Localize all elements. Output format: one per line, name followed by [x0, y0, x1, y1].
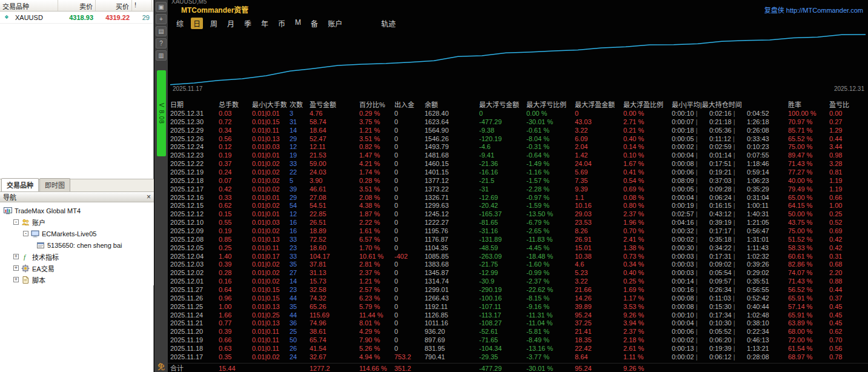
cell: 60.61 % [788, 253, 829, 261]
hdr-max-float-loss-pct: 最大浮亏比例 [526, 99, 575, 110]
cell: 0.21 % [623, 127, 672, 135]
toolbar-item-6[interactable]: 年 [259, 18, 271, 29]
expand-icon[interactable]: + [13, 265, 19, 271]
cell: 10.38 [575, 253, 623, 261]
tree-item-ea[interactable]: + EA交易 [1, 262, 154, 274]
cell: 65.52 % [788, 135, 829, 144]
table-row: 2025.12.290.340.01|0.111418.641.21 %0156… [168, 127, 868, 135]
toolbar-item-5[interactable]: 季 [242, 18, 254, 29]
cell: 5.26 % [359, 345, 394, 353]
tree-label: ECMarkets-Live05 [42, 230, 96, 237]
tree-item-broker[interactable]: TradeMax Global MT4 [1, 205, 154, 216]
cell: 0.56 [219, 135, 252, 144]
cell: 0.01|0.02 [252, 277, 290, 286]
cell: 0 [394, 151, 425, 160]
stats-table-footer: 合计15.441277.2114.66 %351.2-477.29-30.01 … [168, 363, 868, 372]
cell: 1623.64 [425, 118, 479, 127]
collapse-icon[interactable]: - [13, 219, 19, 225]
col-spread[interactable]: ! [132, 0, 152, 11]
cell: 0.98 [829, 151, 860, 160]
cell: 0 [394, 328, 425, 336]
cell: 0:31:04 [747, 194, 788, 202]
toolbar-item-3[interactable]: 周 [208, 18, 220, 29]
list-icon[interactable]: ▥ [156, 50, 167, 61]
cell: -1.60 % [526, 261, 575, 269]
help-icon[interactable]: ? [156, 38, 167, 48]
col-ask[interactable]: 买价 [96, 0, 132, 11]
cell: 2025.11.21 [170, 319, 219, 328]
cell: 2025.12.24 [170, 143, 219, 151]
cell: 0.56 [829, 345, 860, 353]
tree-item-scripts[interactable]: + 脚本 [1, 274, 154, 285]
symbol-row-xauusd[interactable]: XAUUSD 4318.93 4319.22 29 [0, 12, 153, 24]
close-icon[interactable]: × [147, 194, 151, 200]
cell: 0.01|0.15 [252, 118, 290, 127]
cell: 23.53 [575, 219, 623, 227]
cell: 1:11:43 [747, 244, 788, 253]
panel-window-icon[interactable]: ▣ [156, 2, 167, 12]
grid-icon[interactable]: ▤ [156, 26, 167, 36]
cell: 0:00:03 [672, 269, 709, 277]
cell: 0:06:24 [709, 194, 747, 202]
cell: 2025.12.19 [170, 168, 219, 177]
move-icon[interactable]: + [156, 14, 167, 24]
tree-item-account[interactable]: 5135650: chen sheng bai [1, 239, 154, 251]
cell: -1.16 % [526, 168, 575, 177]
cell: 0:00:03 [672, 253, 709, 261]
tree-item-accounts[interactable]: - 账户 [1, 216, 154, 228]
tab-symbols[interactable]: 交易品种 [1, 178, 39, 191]
cell: 0:21:18 [709, 118, 747, 127]
cell: 2025.12.26 [170, 135, 219, 144]
cell: 2.08 % [359, 194, 394, 202]
cell: 26 [290, 345, 310, 353]
mt4-window: 交易品种 卖价 买价 ! XAUUSD 4318.93 4319.22 29 交… [0, 0, 868, 372]
cell: -21.75 [479, 261, 526, 269]
cell: 1.00 [219, 303, 252, 311]
hdr-max-float-profit: 最大浮盈金额 [575, 99, 623, 110]
cell: 43.03 [575, 118, 623, 127]
cell: 0:00:08 [672, 294, 709, 303]
cell: 25 [290, 328, 310, 336]
mtc-toolbar: 综日周月季年币M备账户 轨迹 [168, 15, 868, 29]
col-bid[interactable]: 卖价 [58, 0, 96, 11]
cell: -71.65 [479, 336, 526, 345]
col-symbol[interactable]: 交易品种 [0, 0, 58, 11]
cell: 0 [479, 110, 526, 118]
toolbar-item-8[interactable]: M [293, 18, 303, 29]
tab-tick-chart[interactable]: 即时图 [39, 178, 70, 191]
cell: 89.47 % [788, 151, 829, 160]
cell: 0:06:20 [709, 336, 747, 345]
collapse-icon[interactable]: - [23, 231, 28, 236]
cell: 1.1 [575, 194, 623, 202]
disclaimer-badge[interactable]: 免 [157, 361, 165, 371]
toolbar-item-10[interactable]: 账户 [325, 18, 345, 29]
cell: 0 [394, 210, 425, 219]
table-row: 2025.12.170.420.01|0.023946.613.51 %0137… [168, 185, 868, 194]
cell: 0.19 [219, 227, 252, 236]
cell: 27.08 [310, 194, 359, 202]
tree-item-indicators[interactable]: + f 技术指标 [1, 251, 154, 262]
toolbar-item-9[interactable]: 备 [308, 18, 320, 29]
toolbar-item-4[interactable]: 月 [225, 18, 237, 29]
cell: 0:04:16 [672, 219, 709, 227]
cell: 15.73 [310, 277, 359, 286]
cell: 0 [394, 244, 425, 253]
cell: 5.69 [575, 168, 623, 177]
toolbar-item-7[interactable]: 币 [276, 18, 288, 29]
brand-link[interactable]: 复盘侠 http://MTCommander.com [764, 5, 863, 15]
toolbar-item-1[interactable]: 综 [174, 18, 186, 29]
cell: 0.96 [219, 294, 252, 303]
cell: 24 [290, 353, 310, 362]
cell: 0.01|0.02 [252, 168, 290, 177]
toolbar-item-2[interactable]: 日 [191, 18, 203, 29]
expand-icon[interactable]: + [13, 277, 19, 282]
toolbar-trajectory[interactable]: 轨迹 [381, 18, 396, 28]
hdr-pl-ratio: 盈亏比 [829, 99, 860, 110]
accounts-icon [21, 218, 30, 227]
cell: 1546.26 [425, 135, 479, 144]
cell: 0.29 % [359, 110, 394, 118]
cell: 43.75 % [788, 219, 829, 227]
expand-icon[interactable]: + [13, 254, 19, 259]
tree-item-server[interactable]: - ECMarkets-Live05 [1, 228, 154, 239]
cell: 1.69 % [623, 286, 672, 294]
